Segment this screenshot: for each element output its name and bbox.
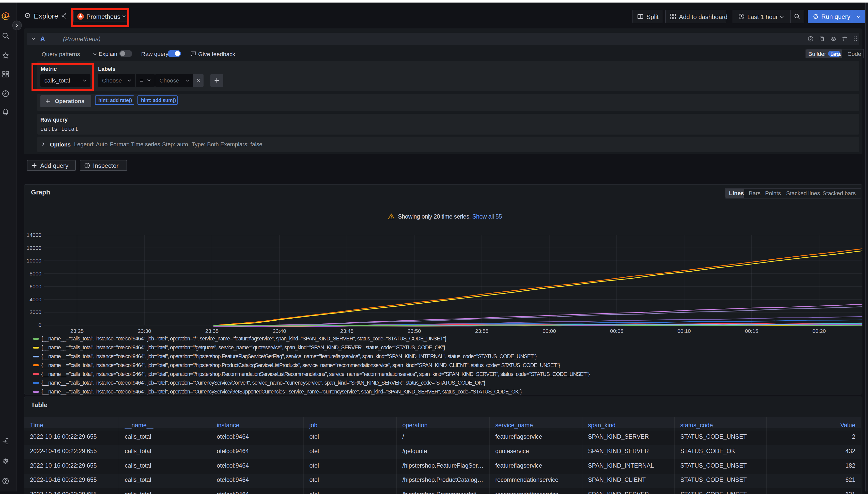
svg-text:8000: 8000 [30, 271, 41, 277]
svg-text:00:00: 00:00 [543, 328, 556, 334]
svg-text:12000: 12000 [27, 245, 41, 251]
svg-text:23:30: 23:30 [138, 328, 151, 334]
svg-text:6000: 6000 [30, 284, 41, 289]
svg-text:23:35: 23:35 [205, 328, 219, 334]
svg-text:00:05: 00:05 [610, 328, 623, 334]
svg-text:23:45: 23:45 [340, 328, 354, 334]
svg-text:00:20: 00:20 [812, 328, 826, 334]
svg-text:23:50: 23:50 [408, 328, 421, 334]
svg-text:14000: 14000 [27, 232, 41, 238]
svg-text:00:10: 00:10 [677, 328, 691, 334]
svg-text:23:25: 23:25 [70, 328, 84, 334]
svg-text:23:40: 23:40 [273, 328, 286, 334]
svg-text:10000: 10000 [27, 258, 41, 264]
svg-text:23:55: 23:55 [475, 328, 489, 334]
svg-text:2000: 2000 [30, 309, 41, 315]
svg-text:00:15: 00:15 [745, 328, 759, 334]
svg-text:4000: 4000 [30, 297, 41, 302]
svg-text:0: 0 [38, 322, 41, 328]
